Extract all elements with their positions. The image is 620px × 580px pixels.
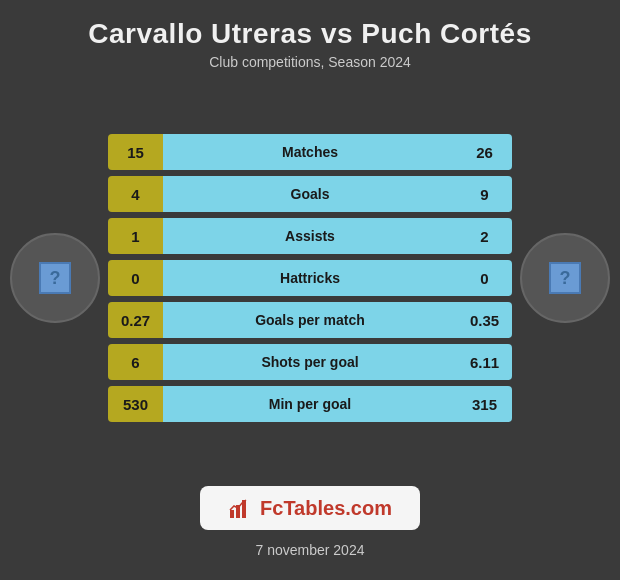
stat-row: 0.27Goals per match0.35 (108, 302, 512, 338)
stat-left-value: 1 (108, 218, 163, 254)
player-photo-left: ? (10, 233, 100, 323)
stat-row: 1Assists2 (108, 218, 512, 254)
stat-row: 530Min per goal315 (108, 386, 512, 422)
logo-section: FcTables.com (200, 486, 420, 530)
stat-row: 0Hattricks0 (108, 260, 512, 296)
logo-text: FcTables.com (260, 497, 392, 520)
stat-right-value: 0.35 (457, 302, 512, 338)
svg-rect-0 (230, 510, 234, 518)
stat-label: Assists (163, 218, 457, 254)
stat-label: Goals per match (163, 302, 457, 338)
stat-label: Shots per goal (163, 344, 457, 380)
stat-right-value: 315 (457, 386, 512, 422)
content-area: ? 15Matches264Goals91Assists20Hattricks0… (0, 76, 620, 480)
title-section: Carvallo Utreras vs Puch Cortés Club com… (68, 0, 551, 76)
stat-left-value: 0.27 (108, 302, 163, 338)
stats-container: 15Matches264Goals91Assists20Hattricks00.… (100, 134, 520, 422)
stat-left-value: 15 (108, 134, 163, 170)
stat-right-value: 26 (457, 134, 512, 170)
stat-right-value: 9 (457, 176, 512, 212)
stat-row: 15Matches26 (108, 134, 512, 170)
player-photo-right: ? (520, 233, 610, 323)
bottom-section: FcTables.com 7 november 2024 (200, 480, 420, 580)
stat-right-value: 0 (457, 260, 512, 296)
stat-left-value: 6 (108, 344, 163, 380)
stat-label: Matches (163, 134, 457, 170)
logo-icon (228, 496, 252, 520)
player-image-left: ? (39, 262, 71, 294)
stat-label: Min per goal (163, 386, 457, 422)
stat-left-value: 4 (108, 176, 163, 212)
stat-label: Goals (163, 176, 457, 212)
stat-left-value: 530 (108, 386, 163, 422)
stat-right-value: 6.11 (457, 344, 512, 380)
main-title: Carvallo Utreras vs Puch Cortés (88, 18, 531, 50)
subtitle: Club competitions, Season 2024 (88, 54, 531, 70)
stat-left-value: 0 (108, 260, 163, 296)
stat-right-value: 2 (457, 218, 512, 254)
player-image-right: ? (549, 262, 581, 294)
date-text: 7 november 2024 (256, 542, 365, 570)
stat-label: Hattricks (163, 260, 457, 296)
stat-row: 6Shots per goal6.11 (108, 344, 512, 380)
stat-row: 4Goals9 (108, 176, 512, 212)
